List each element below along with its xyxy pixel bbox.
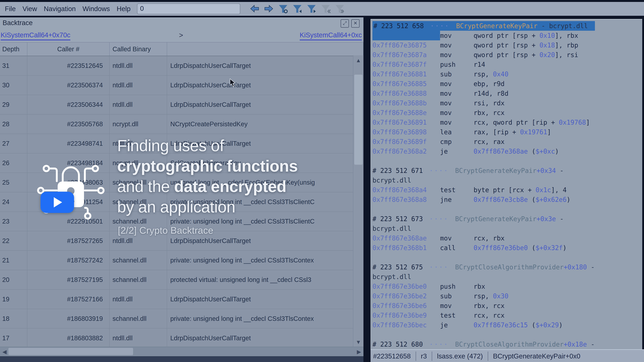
table-row[interactable]: 25#223498063schannel.dllunsigned long in…: [0, 173, 364, 192]
cell-depth: 30: [0, 76, 27, 95]
funnel-settings-icon[interactable]: [278, 4, 288, 14]
scroll-down-icon[interactable]: ▼: [353, 337, 364, 347]
disasm-line[interactable]: 0x7ff867e36875movqword ptr [rsp + 0x18],…: [372, 40, 642, 50]
disasm-line[interactable]: 0x7ff867e368a8jne0x7ff867e3cb8e ($+0x62e…: [372, 195, 642, 204]
funnel-next-icon[interactable]: [307, 4, 316, 14]
horizontal-scrollbar-thumb[interactable]: [8, 348, 133, 355]
disasm-module-line: bcrypt.dll: [372, 175, 642, 185]
menu-help[interactable]: Help: [117, 5, 130, 13]
disasm-spacer: [372, 253, 642, 262]
disasm-line[interactable]: 0x7ff867e36898learax, [rip + 0x19761]: [372, 127, 642, 137]
disasm-line[interactable]: 0x7ff867e36be6movrbx, rcx: [372, 301, 642, 311]
table-row[interactable]: 21#187527242schannel.dllprivate: unsigne…: [0, 251, 364, 270]
disasm-line[interactable]: 0x7ff867e3687amovqword ptr [rsp + 0x20],…: [372, 50, 642, 60]
disasm-line[interactable]: 0x7ff867e36891movrcx, qword ptr [rip + 0…: [372, 118, 642, 127]
undock-panel-icon[interactable]: ⤢: [340, 19, 349, 28]
scroll-left-icon[interactable]: ◀: [0, 347, 9, 356]
cell-caller: #186803882: [27, 329, 110, 348]
scroll-right-icon[interactable]: ▶: [354, 347, 364, 356]
disasm-block-header[interactable]: # 223 512 671····BCryptGenerateKeyPair+0…: [372, 166, 642, 175]
disasm-block-header[interactable]: # 223 512 675····BCryptCloseAlgorithmPro…: [372, 262, 642, 272]
disasm-line[interactable]: 0x7ff867e3689fcmprcx, rax: [372, 137, 642, 146]
disasm-line[interactable]: 0x7ff867e36881subrsp, 0x40: [372, 69, 642, 79]
disasm-line[interactable]: 0x7ff867e36888movr14d, r8d: [372, 89, 642, 98]
vertical-scrollbar[interactable]: ▲ ▼: [353, 55, 364, 347]
table-row[interactable]: 17#186803882ntdll.dllLdrpDispatchUserCal…: [0, 329, 364, 348]
funnel-prev-icon[interactable]: [292, 4, 302, 14]
column-header-Caller #[interactable]: Caller #: [27, 42, 110, 56]
disasm-line[interactable]: 0x7ff867e3688bmovrsi, rdx: [372, 98, 642, 108]
cell-binary: ncrypt.dll: [110, 114, 167, 134]
cell-binary: schannel.dll: [110, 270, 167, 289]
table-row[interactable]: 19#187527166ntdll.dllLdrpDispatchUserCal…: [0, 290, 364, 309]
backtrace-to-link[interactable]: KiSystemCall64+0xc: [300, 31, 362, 40]
disasm-line[interactable]: 0x7ff867e36885movebp, r9d: [372, 79, 642, 89]
menu-navigation[interactable]: Navigation: [44, 5, 76, 13]
funnel-last-icon[interactable]: [335, 4, 345, 14]
backtrace-from-link[interactable]: KiSystemCall64+0x70c: [1, 31, 70, 40]
disasm-line[interactable]: 0x7ff867e3688emovrbx, rcx: [372, 108, 642, 118]
cell-function: private: unsigned long int __cdecl CSsl3…: [167, 212, 364, 231]
menu-windows[interactable]: Windows: [82, 5, 110, 13]
cell-depth: 17: [0, 329, 27, 348]
table-row[interactable]: 31#223512645ntdll.dllLdrpDispatchUserCal…: [0, 56, 364, 76]
disasm-block-header[interactable]: # 223 512 658····BCryptGenerateKeyPair -…: [372, 21, 642, 31]
table-row[interactable]: 18#186803919schannel.dllprivate: unsigne…: [0, 309, 364, 329]
disasm-block-header[interactable]: # 223 512 673····BCryptGenerateKeyPair+0…: [372, 214, 642, 224]
panel-title: Backtrace: [2, 19, 33, 27]
cell-depth: 18: [0, 309, 27, 328]
table-row[interactable]: 27#223498741ntdll.dllLdrpDispatchUserCal…: [0, 134, 364, 153]
cell-binary: schannel.dll: [110, 309, 167, 328]
menu-view[interactable]: View: [22, 5, 37, 13]
cell-function: private: unsigned long int __cdecl CSsl3…: [167, 192, 364, 211]
close-panel-icon[interactable]: ✕: [351, 19, 360, 28]
column-header-function[interactable]: [167, 42, 353, 56]
cell-depth: 29: [0, 95, 27, 114]
column-header-scroll-gap: [353, 42, 364, 56]
disasm-line[interactable]: 0x7ff867e368a2je0x7ff867e368ae ($+0xc): [372, 146, 642, 156]
column-header-Called Binary[interactable]: Called Binary: [110, 42, 167, 56]
cell-function: LdrpDispatchUserCallTarget: [167, 95, 364, 114]
disasm-line[interactable]: 0x7ff867e368aemovrcx, rbx: [372, 233, 642, 243]
table-row[interactable]: 23#222910501schannel.dllprivate: unsigne…: [0, 212, 364, 231]
table-row[interactable]: 26#223498184ncrypt.dllSslCreateEphemeral…: [0, 153, 364, 173]
cell-depth: 19: [0, 290, 27, 309]
disasm-line[interactable]: 0x7ff867e3687fpushr14: [372, 60, 642, 69]
disasm-spacer: [372, 204, 642, 214]
disasm-line[interactable]: 0x7ff867e36be9testrcx, rcx: [372, 311, 642, 320]
cell-binary: ntdll.dll: [110, 95, 167, 114]
backtrace-nav-separator: >: [179, 31, 183, 39]
nav-back-icon[interactable]: [250, 4, 260, 14]
disasm-line[interactable]: 0x7ff867e36be2subrsp, 0x30: [372, 291, 642, 301]
nav-forward-icon[interactable]: [264, 4, 274, 14]
table-row[interactable]: 30#223506374ntdll.dllLdrpDispatchUserCal…: [0, 76, 364, 95]
table-row[interactable]: 29#223506344ntdll.dllLdrpDispatchUserCal…: [0, 95, 364, 114]
cell-binary: ntdll.dll: [110, 329, 167, 348]
disasm-line[interactable]: 0x7ff867e368a4testbyte ptr [rcx + 0x1c],…: [372, 185, 642, 195]
scroll-up-icon[interactable]: ▲: [353, 55, 364, 65]
table-row[interactable]: 20#187527195schannel.dllprotected virtua…: [0, 270, 364, 290]
horizontal-scrollbar[interactable]: ◀ ▶: [0, 347, 364, 356]
table-row[interactable]: 22#187527265ntdll.dllLdrpDispatchUserCal…: [0, 231, 364, 251]
cell-function: private: unsigned long int __cdecl CSsl3…: [167, 309, 364, 328]
disasm-line[interactable]: 0x7ff867e36becje0x7ff867e36c15 ($+0x29): [372, 320, 642, 330]
cell-binary: ntdll.dll: [110, 290, 167, 309]
cell-function: NCryptCreatePersistedKey: [167, 114, 364, 134]
disasm-line[interactable]: 0x7ff867e36870movqword ptr [rsp + 0x10],…: [372, 31, 642, 40]
disasm-block-header[interactable]: # 223 512 680····BCryptCloseAlgorithmPro…: [372, 340, 642, 349]
play-button-icon[interactable]: [40, 192, 74, 213]
cell-function: unsigned long int __cdecl EccGetEphemKey…: [167, 173, 364, 192]
vertical-scrollbar-thumb[interactable]: [354, 75, 362, 165]
table-row[interactable]: 28#223505768ncrypt.dllNCryptCreatePersis…: [0, 114, 364, 134]
menu-file[interactable]: File: [5, 5, 16, 13]
funnel-first-icon[interactable]: [321, 4, 331, 14]
cell-binary: ntdll.dll: [110, 76, 167, 95]
column-header-Depth[interactable]: Depth: [0, 42, 27, 56]
disasm-spacer: [372, 156, 642, 166]
status-ring: r3: [416, 352, 432, 361]
cell-caller: #187527166: [27, 290, 110, 309]
disasm-line[interactable]: 0x7ff867e368b1call0x7ff867e36be0 ($+0x32…: [372, 243, 642, 253]
timeline-position-input[interactable]: [137, 3, 240, 14]
disasm-line[interactable]: 0x7ff867e36be0pushrbx: [372, 282, 642, 291]
status-position: #223512658: [370, 352, 416, 361]
